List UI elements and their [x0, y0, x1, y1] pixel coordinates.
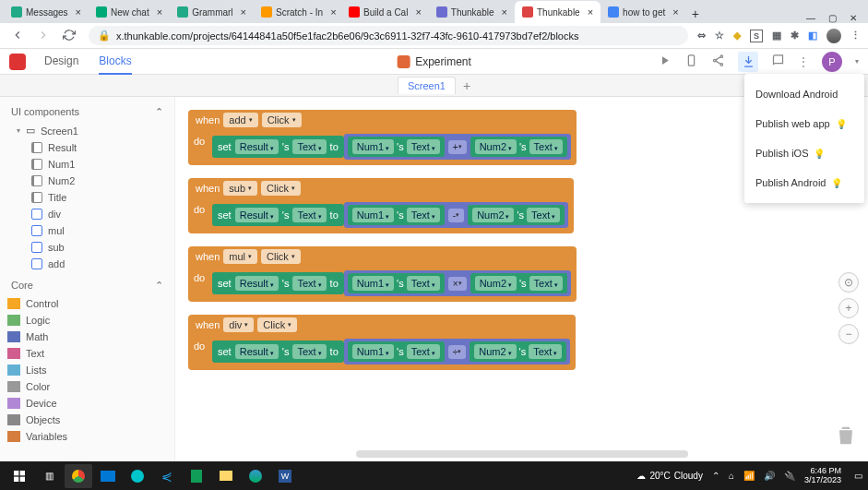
- source-slot[interactable]: Num2: [474, 344, 516, 359]
- profile-icon[interactable]: [826, 29, 841, 43]
- get-block[interactable]: Num1 's Text: [348, 137, 445, 157]
- target-slot[interactable]: Result: [235, 208, 279, 222]
- prop-slot[interactable]: Text: [407, 276, 440, 291]
- ui-components-section[interactable]: UI components ⌃: [0, 102, 174, 122]
- core-category[interactable]: Device: [0, 395, 174, 412]
- recentre-button[interactable]: ⊙: [838, 272, 859, 293]
- source-slot[interactable]: Num1: [352, 208, 394, 222]
- prop-slot[interactable]: Text: [292, 139, 326, 154]
- prop-slot[interactable]: Text: [529, 276, 563, 291]
- math-block[interactable]: Num1 's Text - Num2 's Text: [344, 202, 568, 228]
- tab-close-icon[interactable]: ×: [502, 6, 507, 18]
- component-slot[interactable]: mul: [223, 249, 257, 264]
- operator-slot[interactable]: ÷: [448, 345, 467, 359]
- set-block[interactable]: set Result 's Text to: [212, 204, 344, 226]
- zoom-out-button[interactable]: −: [838, 324, 859, 344]
- tab-close-icon[interactable]: ×: [330, 6, 336, 18]
- browser-tab[interactable]: Build a Cal×: [341, 1, 429, 23]
- target-slot[interactable]: Result: [235, 344, 279, 359]
- get-block[interactable]: Num2 's Text: [470, 137, 567, 157]
- event-block[interactable]: when div Click set Result 's Text to Num…: [188, 315, 576, 370]
- math-block[interactable]: Num1 's Text + Num2 's Text: [344, 134, 571, 160]
- prop-slot[interactable]: Text: [529, 344, 562, 359]
- weather-widget[interactable]: ☁ 20°C Cloudy: [636, 471, 702, 481]
- download-button[interactable]: [738, 52, 758, 72]
- chrome-menu-icon[interactable]: ⋮: [850, 30, 861, 42]
- dropdown-item[interactable]: Publish web app💡: [744, 109, 864, 138]
- prop-slot[interactable]: Text: [292, 208, 326, 222]
- event-head[interactable]: when mul Click: [188, 246, 577, 267]
- get-block[interactable]: Num1 's Text: [348, 273, 445, 293]
- sheets-taskbar-icon[interactable]: [183, 464, 210, 488]
- prop-slot[interactable]: Text: [292, 344, 326, 359]
- core-category[interactable]: Lists: [0, 362, 174, 378]
- url-input[interactable]: 🔒 x.thunkable.com/projects/64144841a50f5…: [89, 26, 688, 45]
- ext-cube-icon[interactable]: ◧: [808, 30, 817, 42]
- core-category[interactable]: Variables: [0, 428, 174, 445]
- set-block[interactable]: set Result 's Text to: [212, 272, 344, 294]
- source-slot[interactable]: Num1: [352, 344, 394, 359]
- core-category[interactable]: Math: [0, 329, 174, 345]
- source-slot[interactable]: Num2: [475, 276, 517, 291]
- event-block[interactable]: when add Click set Result 's Text to Num…: [188, 110, 577, 165]
- browser-tab[interactable]: New chat×: [89, 1, 170, 23]
- prop-slot[interactable]: Text: [407, 344, 440, 359]
- nav-design[interactable]: Design: [44, 49, 78, 75]
- star-icon[interactable]: ☆: [715, 30, 724, 42]
- tree-item[interactable]: mul: [26, 222, 174, 239]
- avatar-dropdown-icon[interactable]: ▾: [855, 57, 859, 66]
- math-block[interactable]: Num1 's Text ÷ Num2 's Text: [344, 339, 571, 365]
- event-head[interactable]: when add Click: [188, 110, 577, 130]
- source-slot[interactable]: Num1: [352, 276, 394, 291]
- event-slot[interactable]: Click: [257, 317, 297, 332]
- core-section[interactable]: Core ⌃: [0, 276, 174, 295]
- tab-close-icon[interactable]: ×: [76, 6, 81, 18]
- prop-slot[interactable]: Text: [527, 208, 560, 222]
- math-block[interactable]: Num1 's Text × Num2 's Text: [344, 270, 571, 296]
- notifications-icon[interactable]: ▭: [854, 471, 862, 481]
- tree-item[interactable]: Num2: [26, 173, 174, 189]
- close-icon[interactable]: ✕: [850, 13, 857, 23]
- get-block[interactable]: Num2 's Text: [470, 273, 567, 293]
- core-category[interactable]: Color: [0, 378, 174, 395]
- get-block[interactable]: Num2 's Text: [470, 341, 566, 362]
- tree-item[interactable]: add: [26, 256, 174, 272]
- event-block[interactable]: when sub Click set Result 's Text to Num…: [188, 178, 574, 233]
- ext-s-icon[interactable]: S: [750, 30, 763, 42]
- event-slot[interactable]: Click: [261, 249, 301, 264]
- get-block[interactable]: Num1 's Text: [348, 341, 445, 362]
- clock[interactable]: 6:46 PM 3/17/2023: [804, 467, 845, 485]
- trash-icon[interactable]: [833, 423, 859, 452]
- tray-cloud-icon[interactable]: ⌂: [729, 471, 734, 481]
- get-block[interactable]: Num1 's Text: [348, 205, 445, 225]
- prop-slot[interactable]: Text: [292, 276, 326, 291]
- wifi-icon[interactable]: 📶: [743, 471, 755, 481]
- device-icon[interactable]: [684, 54, 698, 70]
- docs-icon[interactable]: [771, 54, 785, 70]
- start-button[interactable]: [6, 464, 33, 488]
- power-icon[interactable]: 🔌: [784, 471, 795, 481]
- tree-item[interactable]: div: [26, 206, 174, 222]
- browser-tab[interactable]: Thunkable×: [429, 1, 515, 23]
- horizontal-scrollbar[interactable]: [356, 450, 688, 458]
- browser-tab[interactable]: Scratch - In×: [254, 1, 341, 23]
- thunkable-logo-icon[interactable]: [9, 54, 26, 70]
- tree-item[interactable]: sub: [26, 239, 174, 256]
- target-slot[interactable]: Result: [235, 139, 279, 154]
- word-taskbar-icon[interactable]: W: [271, 464, 299, 488]
- share-icon[interactable]: [711, 54, 725, 70]
- set-block[interactable]: set Result 's Text to: [212, 341, 344, 363]
- speaker-icon[interactable]: 🔊: [764, 471, 775, 481]
- mail-taskbar-icon[interactable]: [94, 464, 122, 488]
- prop-slot[interactable]: Text: [407, 208, 440, 222]
- component-slot[interactable]: sub: [223, 181, 257, 196]
- core-category[interactable]: Logic: [0, 312, 174, 329]
- source-slot[interactable]: Num2: [472, 208, 514, 222]
- play-icon[interactable]: [658, 54, 672, 70]
- operator-slot[interactable]: ×: [448, 277, 467, 291]
- tree-item[interactable]: Result: [26, 139, 174, 156]
- tray-chevron-icon[interactable]: ⌃: [712, 471, 719, 481]
- forward-icon[interactable]: [37, 29, 50, 43]
- get-block[interactable]: Num2 's Text: [468, 205, 565, 225]
- browser-tab[interactable]: Thunkable×: [515, 1, 600, 23]
